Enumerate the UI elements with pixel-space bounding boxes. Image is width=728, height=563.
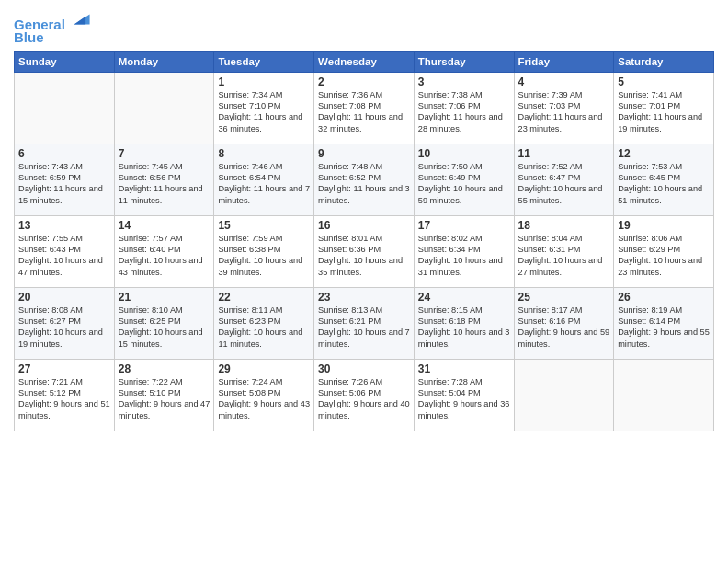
day-number: 1	[218, 75, 310, 88]
calendar-cell: 3Sunrise: 7:38 AM Sunset: 7:06 PM Daylig…	[414, 72, 514, 144]
calendar-cell: 17Sunrise: 8:02 AM Sunset: 6:34 PM Dayli…	[414, 215, 514, 287]
day-number: 24	[418, 291, 510, 304]
day-number: 29	[218, 362, 310, 375]
calendar-cell: 18Sunrise: 8:04 AM Sunset: 6:31 PM Dayli…	[514, 215, 614, 287]
cell-content: Sunrise: 7:46 AM Sunset: 6:54 PM Dayligh…	[218, 161, 310, 207]
day-number: 21	[119, 291, 210, 304]
cell-content: Sunrise: 7:43 AM Sunset: 6:59 PM Dayligh…	[18, 161, 110, 207]
calendar-cell: 19Sunrise: 8:06 AM Sunset: 6:29 PM Dayli…	[614, 215, 714, 287]
cell-content: Sunrise: 7:22 AM Sunset: 5:10 PM Dayligh…	[119, 376, 210, 422]
day-number: 27	[18, 362, 110, 375]
calendar-cell: 5Sunrise: 7:41 AM Sunset: 7:01 PM Daylig…	[614, 72, 714, 144]
cell-content: Sunrise: 8:08 AM Sunset: 6:27 PM Dayligh…	[18, 304, 110, 350]
day-number: 22	[218, 291, 310, 304]
day-number: 6	[18, 147, 110, 160]
calendar-cell: 7Sunrise: 7:45 AM Sunset: 6:56 PM Daylig…	[114, 144, 214, 215]
day-header-friday: Friday	[514, 51, 614, 72]
calendar-cell: 25Sunrise: 8:17 AM Sunset: 6:16 PM Dayli…	[514, 287, 614, 359]
cell-content: Sunrise: 8:17 AM Sunset: 6:16 PM Dayligh…	[518, 304, 610, 350]
day-number: 30	[318, 362, 410, 375]
day-number: 17	[418, 219, 510, 232]
calendar-cell: 23Sunrise: 8:13 AM Sunset: 6:21 PM Dayli…	[314, 287, 415, 359]
calendar-cell: 10Sunrise: 7:50 AM Sunset: 6:49 PM Dayli…	[414, 144, 514, 215]
calendar-cell: 26Sunrise: 8:19 AM Sunset: 6:14 PM Dayli…	[614, 287, 714, 359]
calendar-cell: 24Sunrise: 8:15 AM Sunset: 6:18 PM Dayli…	[414, 287, 514, 359]
day-number: 19	[618, 219, 710, 232]
day-header-sunday: Sunday	[15, 51, 115, 72]
day-number: 20	[18, 291, 110, 304]
calendar-cell: 28Sunrise: 7:22 AM Sunset: 5:10 PM Dayli…	[114, 359, 214, 431]
day-number: 25	[518, 291, 610, 304]
day-number: 13	[18, 219, 110, 232]
day-number: 7	[119, 147, 210, 160]
cell-content: Sunrise: 7:55 AM Sunset: 6:43 PM Dayligh…	[18, 233, 110, 279]
day-number: 9	[318, 147, 410, 160]
day-number: 26	[618, 291, 710, 304]
cell-content: Sunrise: 7:38 AM Sunset: 7:06 PM Dayligh…	[418, 89, 510, 135]
cell-content: Sunrise: 7:34 AM Sunset: 7:10 PM Dayligh…	[218, 89, 310, 135]
day-number: 4	[518, 75, 610, 88]
cell-content: Sunrise: 7:45 AM Sunset: 6:56 PM Dayligh…	[119, 161, 210, 207]
day-number: 5	[618, 75, 710, 88]
calendar-cell: 16Sunrise: 8:01 AM Sunset: 6:36 PM Dayli…	[314, 215, 415, 287]
calendar-cell	[514, 359, 614, 431]
cell-content: Sunrise: 7:48 AM Sunset: 6:52 PM Dayligh…	[318, 161, 410, 207]
day-number: 11	[518, 147, 610, 160]
day-number: 18	[518, 219, 610, 232]
cell-content: Sunrise: 8:01 AM Sunset: 6:36 PM Dayligh…	[318, 233, 410, 279]
calendar-table: SundayMondayTuesdayWednesdayThursdayFrid…	[14, 51, 714, 431]
day-number: 10	[418, 147, 510, 160]
cell-content: Sunrise: 8:02 AM Sunset: 6:34 PM Dayligh…	[418, 233, 510, 279]
cell-content: Sunrise: 8:15 AM Sunset: 6:18 PM Dayligh…	[418, 304, 510, 350]
cell-content: Sunrise: 7:41 AM Sunset: 7:01 PM Dayligh…	[618, 89, 710, 135]
calendar-cell: 15Sunrise: 7:59 AM Sunset: 6:38 PM Dayli…	[214, 215, 314, 287]
day-number: 3	[418, 75, 510, 88]
cell-content: Sunrise: 8:04 AM Sunset: 6:31 PM Dayligh…	[518, 233, 610, 279]
calendar-cell	[614, 359, 714, 431]
cell-content: Sunrise: 7:28 AM Sunset: 5:04 PM Dayligh…	[418, 376, 510, 422]
calendar-cell: 29Sunrise: 7:24 AM Sunset: 5:08 PM Dayli…	[214, 359, 314, 431]
calendar-cell: 8Sunrise: 7:46 AM Sunset: 6:54 PM Daylig…	[214, 144, 314, 215]
cell-content: Sunrise: 8:11 AM Sunset: 6:23 PM Dayligh…	[218, 304, 310, 350]
day-number: 16	[318, 219, 410, 232]
cell-content: Sunrise: 7:57 AM Sunset: 6:40 PM Dayligh…	[119, 233, 210, 279]
cell-content: Sunrise: 8:06 AM Sunset: 6:29 PM Dayligh…	[618, 233, 710, 279]
svg-marker-1	[74, 17, 85, 25]
day-number: 8	[218, 147, 310, 160]
day-number: 23	[318, 291, 410, 304]
calendar-cell: 21Sunrise: 8:10 AM Sunset: 6:25 PM Dayli…	[114, 287, 214, 359]
calendar-cell: 31Sunrise: 7:28 AM Sunset: 5:04 PM Dayli…	[414, 359, 514, 431]
page-header: General Blue	[14, 9, 714, 45]
cell-content: Sunrise: 7:36 AM Sunset: 7:08 PM Dayligh…	[318, 89, 410, 135]
cell-content: Sunrise: 7:26 AM Sunset: 5:06 PM Dayligh…	[318, 376, 410, 422]
cell-content: Sunrise: 8:19 AM Sunset: 6:14 PM Dayligh…	[618, 304, 710, 350]
cell-content: Sunrise: 7:39 AM Sunset: 7:03 PM Dayligh…	[518, 89, 610, 135]
calendar-cell: 30Sunrise: 7:26 AM Sunset: 5:06 PM Dayli…	[314, 359, 415, 431]
day-number: 15	[218, 219, 310, 232]
calendar-cell	[114, 72, 214, 144]
day-header-tuesday: Tuesday	[214, 51, 314, 72]
day-number: 2	[318, 75, 410, 88]
logo: General Blue	[14, 9, 91, 45]
cell-content: Sunrise: 8:10 AM Sunset: 6:25 PM Dayligh…	[119, 304, 210, 350]
calendar-cell: 13Sunrise: 7:55 AM Sunset: 6:43 PM Dayli…	[15, 215, 115, 287]
cell-content: Sunrise: 7:24 AM Sunset: 5:08 PM Dayligh…	[218, 376, 310, 422]
calendar-cell: 20Sunrise: 8:08 AM Sunset: 6:27 PM Dayli…	[15, 287, 115, 359]
calendar-cell	[15, 72, 115, 144]
cell-content: Sunrise: 7:52 AM Sunset: 6:47 PM Dayligh…	[518, 161, 610, 207]
day-number: 28	[119, 362, 210, 375]
day-number: 31	[418, 362, 510, 375]
day-header-wednesday: Wednesday	[314, 51, 415, 72]
day-header-saturday: Saturday	[614, 51, 714, 72]
calendar-cell: 6Sunrise: 7:43 AM Sunset: 6:59 PM Daylig…	[15, 144, 115, 215]
logo-icon	[71, 9, 91, 29]
cell-content: Sunrise: 7:50 AM Sunset: 6:49 PM Dayligh…	[418, 161, 510, 207]
calendar-cell: 27Sunrise: 7:21 AM Sunset: 5:12 PM Dayli…	[15, 359, 115, 431]
cell-content: Sunrise: 7:53 AM Sunset: 6:45 PM Dayligh…	[618, 161, 710, 207]
cell-content: Sunrise: 7:21 AM Sunset: 5:12 PM Dayligh…	[18, 376, 110, 422]
cell-content: Sunrise: 8:13 AM Sunset: 6:21 PM Dayligh…	[318, 304, 410, 350]
calendar-cell: 2Sunrise: 7:36 AM Sunset: 7:08 PM Daylig…	[314, 72, 415, 144]
day-number: 12	[618, 147, 710, 160]
calendar-cell: 1Sunrise: 7:34 AM Sunset: 7:10 PM Daylig…	[214, 72, 314, 144]
day-number: 14	[119, 219, 210, 232]
